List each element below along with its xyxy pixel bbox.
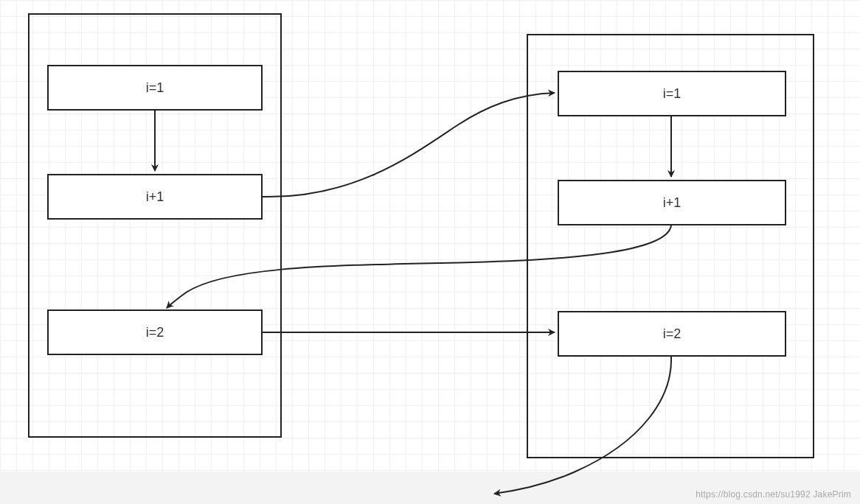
left-node-1-label: i=1 — [146, 80, 164, 96]
arrow-left2-right1 — [263, 93, 555, 197]
arrow-right2-left3 — [167, 225, 671, 308]
right-node-2-label: i+1 — [663, 195, 682, 211]
right-node-1-label: i=1 — [663, 86, 682, 102]
right-node-3-label: i=2 — [663, 326, 682, 342]
watermark-text: https://blog.csdn.net/su1992 JakePrim — [696, 489, 851, 500]
right-node-2: i+1 — [558, 180, 786, 225]
arrow-right3-out — [494, 357, 671, 494]
right-node-1: i=1 — [558, 71, 786, 116]
right-node-3: i=2 — [558, 311, 786, 357]
left-node-1: i=1 — [47, 65, 263, 111]
left-node-2: i+1 — [47, 174, 263, 220]
left-node-3: i=2 — [47, 309, 263, 355]
left-node-3-label: i=2 — [146, 325, 164, 340]
left-node-2-label: i+1 — [146, 189, 164, 205]
